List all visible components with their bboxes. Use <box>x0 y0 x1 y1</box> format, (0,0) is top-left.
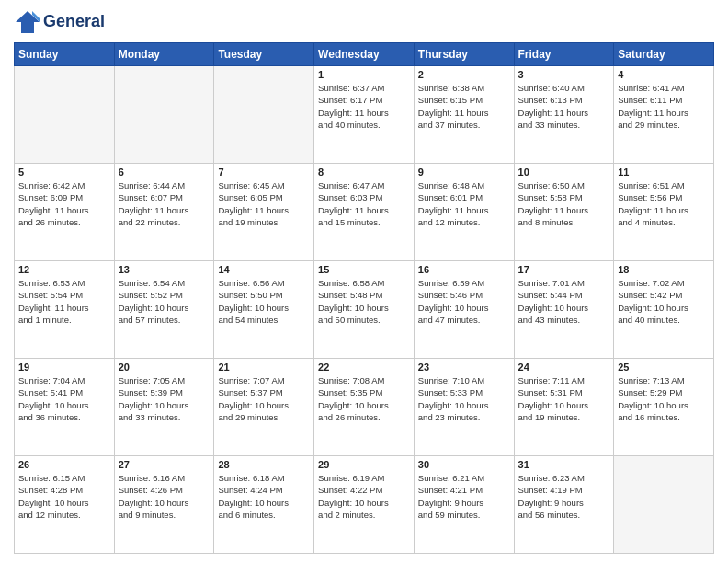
calendar-cell: 3Sunrise: 6:40 AM Sunset: 6:13 PM Daylig… <box>514 66 614 164</box>
day-number: 20 <box>119 362 210 373</box>
calendar-cell: 12Sunrise: 6:53 AM Sunset: 5:54 PM Dayli… <box>15 261 115 359</box>
day-info: Sunrise: 6:19 AM Sunset: 4:22 PM Dayligh… <box>318 472 410 521</box>
day-number: 2 <box>418 69 510 80</box>
day-info: Sunrise: 6:54 AM Sunset: 5:52 PM Dayligh… <box>119 277 210 326</box>
day-info: Sunrise: 6:50 AM Sunset: 5:58 PM Dayligh… <box>518 179 610 228</box>
day-number: 25 <box>618 362 710 373</box>
calendar-cell: 18Sunrise: 7:02 AM Sunset: 5:42 PM Dayli… <box>614 261 714 359</box>
week-row-2: 5Sunrise: 6:42 AM Sunset: 6:09 PM Daylig… <box>15 164 714 261</box>
calendar-cell: 2Sunrise: 6:38 AM Sunset: 6:15 PM Daylig… <box>414 66 514 164</box>
week-row-4: 19Sunrise: 7:04 AM Sunset: 5:41 PM Dayli… <box>15 359 714 456</box>
logo: General <box>14 9 105 35</box>
calendar-cell <box>214 66 314 164</box>
day-number: 3 <box>518 69 610 80</box>
day-number: 21 <box>218 362 310 373</box>
day-info: Sunrise: 6:38 AM Sunset: 6:15 PM Dayligh… <box>418 82 510 131</box>
calendar-cell: 14Sunrise: 6:56 AM Sunset: 5:50 PM Dayli… <box>214 261 314 359</box>
day-info: Sunrise: 6:58 AM Sunset: 5:48 PM Dayligh… <box>318 277 410 326</box>
logo-icon <box>14 9 41 35</box>
day-info: Sunrise: 6:37 AM Sunset: 6:17 PM Dayligh… <box>318 82 410 131</box>
calendar-cell: 22Sunrise: 7:08 AM Sunset: 5:35 PM Dayli… <box>314 359 415 456</box>
day-info: Sunrise: 6:47 AM Sunset: 6:03 PM Dayligh… <box>318 179 410 228</box>
calendar-cell: 24Sunrise: 7:11 AM Sunset: 5:31 PM Dayli… <box>514 359 614 456</box>
weekday-header-friday: Friday <box>514 43 614 66</box>
svg-marker-0 <box>16 11 40 33</box>
day-number: 30 <box>418 459 510 470</box>
day-number: 29 <box>318 459 410 470</box>
day-info: Sunrise: 6:59 AM Sunset: 5:46 PM Dayligh… <box>418 277 510 326</box>
day-number: 26 <box>18 459 110 470</box>
day-info: Sunrise: 6:23 AM Sunset: 4:19 PM Dayligh… <box>518 472 610 521</box>
weekday-header-thursday: Thursday <box>414 43 514 66</box>
calendar-cell: 29Sunrise: 6:19 AM Sunset: 4:22 PM Dayli… <box>314 456 415 554</box>
day-info: Sunrise: 6:40 AM Sunset: 6:13 PM Dayligh… <box>518 82 610 131</box>
day-info: Sunrise: 6:42 AM Sunset: 6:09 PM Dayligh… <box>18 179 110 228</box>
day-info: Sunrise: 6:45 AM Sunset: 6:05 PM Dayligh… <box>218 179 310 228</box>
weekday-header-saturday: Saturday <box>614 43 714 66</box>
weekday-header-wednesday: Wednesday <box>314 43 415 66</box>
day-info: Sunrise: 6:41 AM Sunset: 6:11 PM Dayligh… <box>618 82 710 131</box>
day-number: 31 <box>518 459 610 470</box>
calendar-cell: 1Sunrise: 6:37 AM Sunset: 6:17 PM Daylig… <box>314 66 415 164</box>
calendar-cell: 17Sunrise: 7:01 AM Sunset: 5:44 PM Dayli… <box>514 261 614 359</box>
day-info: Sunrise: 7:11 AM Sunset: 5:31 PM Dayligh… <box>518 374 610 423</box>
day-number: 1 <box>318 69 410 80</box>
day-info: Sunrise: 7:01 AM Sunset: 5:44 PM Dayligh… <box>518 277 610 326</box>
day-info: Sunrise: 7:07 AM Sunset: 5:37 PM Dayligh… <box>218 374 310 423</box>
day-number: 8 <box>318 167 410 178</box>
day-number: 17 <box>518 264 610 275</box>
day-info: Sunrise: 6:21 AM Sunset: 4:21 PM Dayligh… <box>418 472 510 521</box>
page: General SundayMondayTuesdayWednesdayThur… <box>0 0 728 563</box>
day-info: Sunrise: 6:51 AM Sunset: 5:56 PM Dayligh… <box>618 179 710 228</box>
day-number: 12 <box>18 264 110 275</box>
calendar-cell: 6Sunrise: 6:44 AM Sunset: 6:07 PM Daylig… <box>114 164 214 261</box>
day-number: 6 <box>119 167 210 178</box>
calendar-cell: 19Sunrise: 7:04 AM Sunset: 5:41 PM Dayli… <box>15 359 115 456</box>
calendar-cell: 7Sunrise: 6:45 AM Sunset: 6:05 PM Daylig… <box>214 164 314 261</box>
day-info: Sunrise: 7:02 AM Sunset: 5:42 PM Dayligh… <box>618 277 710 326</box>
day-info: Sunrise: 6:56 AM Sunset: 5:50 PM Dayligh… <box>218 277 310 326</box>
day-info: Sunrise: 7:04 AM Sunset: 5:41 PM Dayligh… <box>18 374 110 423</box>
calendar-cell: 27Sunrise: 6:16 AM Sunset: 4:26 PM Dayli… <box>114 456 214 554</box>
day-number: 27 <box>119 459 210 470</box>
day-number: 15 <box>318 264 410 275</box>
weekday-header-row: SundayMondayTuesdayWednesdayThursdayFrid… <box>15 43 714 66</box>
day-number: 7 <box>218 167 310 178</box>
calendar-cell <box>114 66 214 164</box>
day-number: 14 <box>218 264 310 275</box>
day-info: Sunrise: 6:16 AM Sunset: 4:26 PM Dayligh… <box>119 472 210 521</box>
day-info: Sunrise: 6:53 AM Sunset: 5:54 PM Dayligh… <box>18 277 110 326</box>
calendar-cell: 31Sunrise: 6:23 AM Sunset: 4:19 PM Dayli… <box>514 456 614 554</box>
day-number: 10 <box>518 167 610 178</box>
calendar-cell: 8Sunrise: 6:47 AM Sunset: 6:03 PM Daylig… <box>314 164 415 261</box>
header: General <box>14 9 714 35</box>
day-number: 9 <box>418 167 510 178</box>
day-info: Sunrise: 6:48 AM Sunset: 6:01 PM Dayligh… <box>418 179 510 228</box>
calendar-cell: 20Sunrise: 7:05 AM Sunset: 5:39 PM Dayli… <box>114 359 214 456</box>
calendar-cell: 30Sunrise: 6:21 AM Sunset: 4:21 PM Dayli… <box>414 456 514 554</box>
calendar-cell: 16Sunrise: 6:59 AM Sunset: 5:46 PM Dayli… <box>414 261 514 359</box>
calendar-cell: 10Sunrise: 6:50 AM Sunset: 5:58 PM Dayli… <box>514 164 614 261</box>
calendar-cell: 23Sunrise: 7:10 AM Sunset: 5:33 PM Dayli… <box>414 359 514 456</box>
weekday-header-tuesday: Tuesday <box>214 43 314 66</box>
day-number: 23 <box>418 362 510 373</box>
calendar-cell: 9Sunrise: 6:48 AM Sunset: 6:01 PM Daylig… <box>414 164 514 261</box>
day-number: 18 <box>618 264 710 275</box>
calendar-cell: 26Sunrise: 6:15 AM Sunset: 4:28 PM Dayli… <box>15 456 115 554</box>
weekday-header-monday: Monday <box>114 43 214 66</box>
calendar-cell: 4Sunrise: 6:41 AM Sunset: 6:11 PM Daylig… <box>614 66 714 164</box>
week-row-3: 12Sunrise: 6:53 AM Sunset: 5:54 PM Dayli… <box>15 261 714 359</box>
logo-text: General <box>43 13 105 31</box>
weekday-header-sunday: Sunday <box>15 43 115 66</box>
calendar-cell: 5Sunrise: 6:42 AM Sunset: 6:09 PM Daylig… <box>15 164 115 261</box>
day-info: Sunrise: 6:18 AM Sunset: 4:24 PM Dayligh… <box>218 472 310 521</box>
day-number: 19 <box>18 362 110 373</box>
day-number: 4 <box>618 69 710 80</box>
week-row-5: 26Sunrise: 6:15 AM Sunset: 4:28 PM Dayli… <box>15 456 714 554</box>
week-row-1: 1Sunrise: 6:37 AM Sunset: 6:17 PM Daylig… <box>15 66 714 164</box>
day-info: Sunrise: 7:13 AM Sunset: 5:29 PM Dayligh… <box>618 374 710 423</box>
day-info: Sunrise: 7:05 AM Sunset: 5:39 PM Dayligh… <box>119 374 210 423</box>
day-info: Sunrise: 7:10 AM Sunset: 5:33 PM Dayligh… <box>418 374 510 423</box>
day-number: 22 <box>318 362 410 373</box>
day-number: 5 <box>18 167 110 178</box>
